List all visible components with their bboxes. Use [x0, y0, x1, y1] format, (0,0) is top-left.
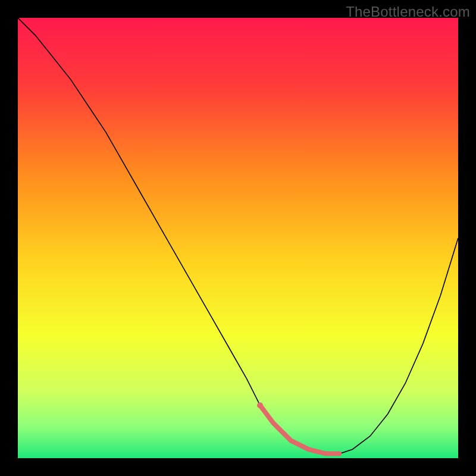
plot-area: [18, 18, 458, 458]
watermark-text: TheBottleneck.com: [346, 4, 470, 20]
annotations-group: [257, 402, 263, 408]
gradient-background: [18, 18, 458, 458]
optimal-dot: [257, 402, 263, 408]
plot-svg: [18, 18, 458, 458]
chart-container: TheBottleneck.com: [0, 0, 476, 476]
